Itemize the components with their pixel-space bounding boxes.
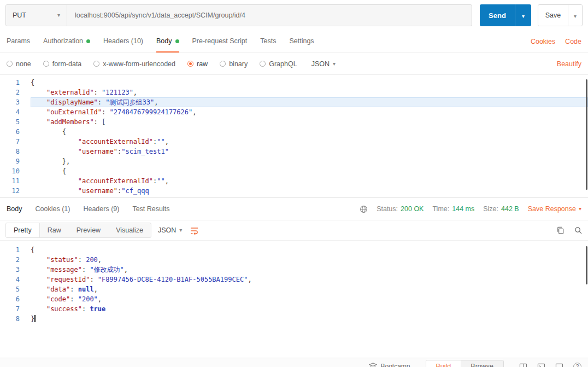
build-tab[interactable]: Build (426, 360, 461, 367)
body-type-graphql[interactable]: GraphQL (260, 60, 297, 68)
request-body-editor[interactable]: 1{2 "externalId": "121123",3 "displayNam… (0, 75, 588, 197)
copy-icon[interactable] (556, 226, 565, 235)
body-type-form-data[interactable]: form-data (43, 60, 82, 68)
body-type-none[interactable]: none (7, 60, 31, 68)
panel-layout-icon[interactable] (555, 363, 563, 367)
tab-pre-request-script[interactable]: Pre-request Script (192, 31, 248, 53)
code-token: "F8997456-DC8E-4120-B1AF-5055BA199CEC" (98, 276, 248, 283)
code-line[interactable]: 2 "externalId": "121123", (0, 88, 588, 97)
browse-tab[interactable]: Browse (461, 360, 503, 367)
code-content: "displayName": "测试同步组33", (31, 97, 588, 107)
code-line[interactable]: 4 "requestId": "F8997456-DC8E-4120-B1AF-… (0, 275, 588, 284)
tab-params[interactable]: Params (7, 31, 30, 53)
view-pretty[interactable]: Pretty (6, 223, 40, 237)
status-badge: 200 OK (401, 205, 424, 213)
code-line[interactable]: 3 "message": "修改成功", (0, 265, 588, 275)
code-line[interactable]: 11 "accountExternalId":"", (0, 176, 588, 186)
code-line[interactable]: 9 }, (0, 156, 588, 166)
two-pane-layout-icon[interactable] (519, 363, 527, 367)
tab-settings[interactable]: Settings (289, 31, 314, 53)
beautify-link[interactable]: Beautify (557, 60, 581, 68)
view-raw[interactable]: Raw (40, 223, 69, 237)
code-line[interactable]: 10 { (0, 166, 588, 176)
response-editor-scrollbar[interactable] (586, 246, 587, 284)
code-token: "121123" (102, 89, 133, 96)
save-options-button[interactable]: ▾ (568, 5, 582, 26)
cookies-link[interactable]: Cookies (531, 38, 555, 45)
body-type-binary[interactable]: binary (220, 60, 248, 68)
line-number: 2 (0, 255, 20, 265)
code-token: "data" (46, 286, 70, 293)
request-bar: PUT ▾ localhost:9005/api/sync/v1/data_ac… (0, 0, 588, 31)
response-language-select[interactable]: JSON ▾ (158, 226, 182, 234)
code-line[interactable]: 3 "displayName": "测试同步组33", (0, 97, 588, 107)
response-tab-cookies-1[interactable]: Cookies (1) (36, 205, 70, 213)
postman-app: PUT ▾ localhost:9005/api/sync/v1/data_ac… (0, 0, 588, 367)
response-tab-test-results[interactable]: Test Results (132, 205, 169, 213)
body-language-select[interactable]: JSON ▾ (311, 60, 336, 68)
code-line[interactable]: 7 "accountExternalId":"", (0, 137, 588, 147)
code-token: : (70, 286, 78, 293)
save-button[interactable]: Save (538, 5, 568, 26)
code-token: , (165, 177, 169, 185)
line-number: 8 (0, 147, 20, 156)
request-editor-scrollbar[interactable] (586, 79, 587, 190)
code-token (31, 286, 46, 293)
view-preview[interactable]: Preview (69, 223, 108, 237)
body-type-raw[interactable]: raw (187, 60, 208, 68)
help-icon[interactable]: ? (573, 363, 581, 367)
code-line[interactable]: 5 "addMembers": [ (0, 117, 588, 127)
line-number: 4 (0, 107, 20, 117)
code-line[interactable]: 5 "data": null, (0, 284, 588, 294)
body-type-bar: noneform-datax-www-form-urlencodedrawbin… (0, 53, 588, 75)
send-button[interactable]: Send (480, 4, 515, 26)
code-token: "username" (78, 148, 117, 155)
code-token: , (165, 138, 169, 145)
bootcamp-button[interactable]: Bootcamp (369, 362, 410, 367)
request-tabs-bar: ParamsAuthorizationHeaders (10)BodyPre-r… (0, 31, 588, 53)
code-line[interactable]: 1{ (0, 245, 588, 255)
code-token: : (98, 98, 105, 106)
code-token: : (94, 89, 102, 96)
tab-headers-10[interactable]: Headers (10) (103, 31, 143, 53)
radio-label: x-www-form-urlencoded (103, 60, 175, 68)
search-icon[interactable] (574, 226, 583, 235)
save-response-button[interactable]: Save Response ▾ (528, 205, 581, 213)
code-line[interactable]: 8 "username":"scim_test1" (0, 147, 588, 156)
tab-tests[interactable]: Tests (260, 31, 276, 53)
code-token: , (192, 108, 196, 116)
send-options-button[interactable]: ▾ (515, 4, 531, 26)
body-type-x-www-form-urlencoded[interactable]: x-www-form-urlencoded (93, 60, 175, 68)
chevron-down-icon: ▾ (179, 228, 182, 233)
console-icon[interactable] (537, 363, 545, 367)
code-line[interactable]: 8} (0, 314, 588, 324)
method-select[interactable]: PUT ▾ (6, 5, 67, 26)
url-input[interactable]: localhost:9005/api/sync/v1/data_accept/S… (67, 5, 472, 26)
code-token: : (82, 305, 90, 313)
response-tab-headers-9[interactable]: Headers (9) (83, 205, 119, 213)
code-link[interactable]: Code (565, 38, 581, 45)
response-tab-body[interactable]: Body (7, 205, 22, 213)
view-visualize[interactable]: Visualize (108, 223, 151, 237)
response-meta: Status: 200 OK Time: 144 ms Size: 442 B … (360, 205, 581, 213)
radio-icon (7, 61, 13, 67)
code-line[interactable]: 2 "status": 200, (0, 255, 588, 265)
green-dot-icon (175, 39, 179, 43)
code-line[interactable]: 4 "ouExternalId": "2748476799924177626", (0, 107, 588, 117)
wrap-lines-icon[interactable] (190, 226, 199, 235)
code-token: { (31, 79, 34, 86)
tab-label: Body (156, 37, 172, 45)
line-number: 1 (0, 245, 20, 255)
code-line[interactable]: 7 "success": true (0, 304, 588, 314)
code-content: "accountExternalId":"", (31, 176, 588, 186)
bottom-bar-inner: Bootcamp Build Browse (0, 358, 588, 367)
code-line[interactable]: 1{ (0, 78, 588, 88)
tab-body[interactable]: Body (156, 31, 179, 53)
tab-authorization[interactable]: Authorization (43, 31, 90, 53)
code-line[interactable]: 6 "code": "200", (0, 294, 588, 304)
code-content: { (31, 78, 588, 88)
line-number: 6 (0, 294, 20, 304)
response-body-editor[interactable]: 1{2 "status": 200,3 "message": "修改成功",4 … (0, 241, 588, 348)
code-line[interactable]: 6 { (0, 127, 588, 137)
code-line[interactable]: 12 "username":"cf_qqq (0, 186, 588, 196)
